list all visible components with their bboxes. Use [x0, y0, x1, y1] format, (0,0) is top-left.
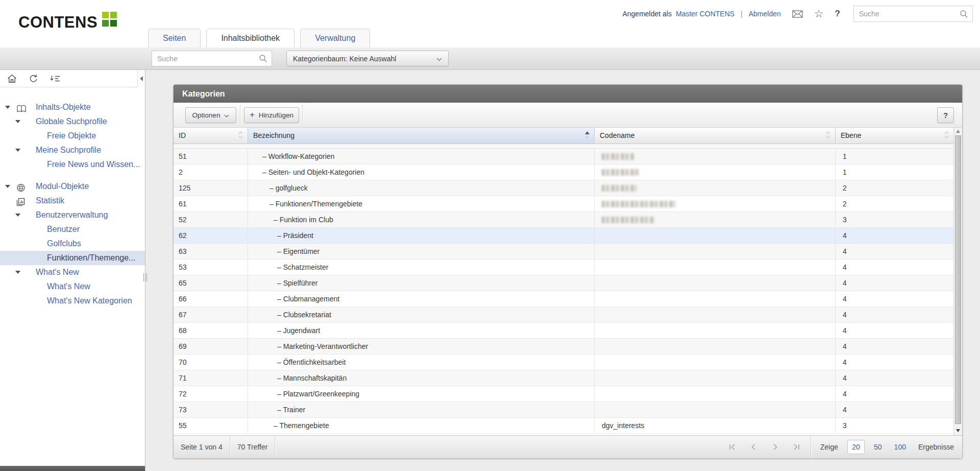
- chevron-down-icon: [436, 55, 442, 63]
- cell-id: 61: [174, 196, 248, 212]
- expander-icon[interactable]: [5, 106, 10, 109]
- panel-toolbar: Optionen + Hinzufügen ?: [174, 103, 962, 128]
- cell-id: 68: [174, 323, 248, 339]
- sidebar-item-label: Meine Suchprofile: [36, 143, 101, 157]
- table-row-71[interactable]: 71– Mannschaftskapitän4: [174, 370, 953, 386]
- table-row-55[interactable]: 55– Themengebietedgv_interests3: [174, 418, 953, 434]
- table-row-2[interactable]: 2– Seiten- und Objekt-Kategorien1: [174, 164, 953, 180]
- scrollbar-thumb[interactable]: [955, 135, 961, 424]
- library-search-input[interactable]: [152, 51, 272, 66]
- table-row-125[interactable]: 125– golfglueck2: [174, 180, 953, 196]
- expander-icon[interactable]: [15, 149, 20, 152]
- table-footer: Seite 1 von 4 70 Treffer Zeige 2050100 E…: [174, 435, 962, 458]
- refresh-icon[interactable]: [29, 74, 38, 83]
- table-row-61[interactable]: 61– Funktionen/Themengebiete2: [174, 196, 953, 212]
- mail-icon[interactable]: [792, 10, 803, 18]
- table-row-72[interactable]: 72– Platzwart/Greenkeeping4: [174, 386, 953, 402]
- tree-options-icon[interactable]: [50, 75, 60, 82]
- star-icon[interactable]: ☆: [814, 9, 824, 19]
- table-row-53[interactable]: 53– Schatzmeister4: [174, 260, 953, 275]
- logout-link[interactable]: Abmelden: [749, 10, 781, 18]
- search-icon[interactable]: [259, 54, 267, 65]
- sidebar-item-globale-suchprofile[interactable]: Globale Suchprofile: [0, 114, 145, 129]
- previous-page-button[interactable]: [743, 436, 765, 458]
- redacted-codename: [602, 169, 640, 176]
- tab-seiten[interactable]: Seiten: [148, 29, 201, 48]
- search-icon[interactable]: [960, 10, 968, 20]
- expander-icon[interactable]: [15, 271, 20, 274]
- cell-id: 55: [174, 418, 248, 434]
- expander-icon[interactable]: [15, 214, 20, 217]
- cell-codename: [595, 291, 836, 307]
- table-row-66[interactable]: 66– Clubmanagement4: [174, 291, 953, 307]
- expander-icon[interactable]: [5, 185, 10, 188]
- sidebar-item-label: Benutzerverwaltung: [36, 208, 108, 222]
- username-link[interactable]: Master CONTENS: [676, 10, 734, 18]
- cell-codename: [595, 244, 836, 260]
- home-icon[interactable]: [7, 74, 17, 83]
- column-header-id[interactable]: ID: [174, 128, 248, 144]
- category-tree-dropdown[interactable]: Kategorienbaum: Keine Auswahl: [286, 51, 449, 66]
- sidebar-item-funktionen-themenge[interactable]: Funktionen/Themenge...: [0, 251, 145, 265]
- tab-inhaltsbibliothek[interactable]: Inhaltsbibliothek: [206, 29, 295, 48]
- sidebar-collapse-button[interactable]: [137, 70, 145, 87]
- sidebar-item-freie-objekte[interactable]: Freie Objekte: [0, 129, 145, 143]
- sidebar-item-what-s-new[interactable]: What's New: [0, 265, 145, 279]
- scroll-down-icon[interactable]: [956, 429, 960, 432]
- vertical-scrollbar[interactable]: [953, 128, 962, 435]
- table-row-73[interactable]: 73– Trainer4: [174, 402, 953, 418]
- tab-verwaltung[interactable]: Verwaltung: [300, 29, 370, 48]
- panel-help-button[interactable]: ?: [937, 107, 954, 123]
- sidebar-item-what-s-new-kategorien[interactable]: What's New Kategorien: [0, 294, 145, 308]
- sidebar-resize-handle[interactable]: [143, 273, 147, 281]
- cell-id: 73: [174, 402, 248, 418]
- column-header-bezeichnung[interactable]: Bezeichnung: [248, 128, 595, 144]
- table-row-65[interactable]: 65– Spielführer4: [174, 275, 953, 291]
- sidebar-item-benutzerverwaltung[interactable]: Benutzerverwaltung: [0, 208, 145, 222]
- app-header: CONTENS Angemeldet als Master CONTENS | …: [0, 0, 980, 48]
- sidebar-item-statistik[interactable]: Statistik: [0, 194, 145, 208]
- cell-ebene: 4: [836, 228, 953, 244]
- table-row-51[interactable]: 51– Workflow-Kategorien1: [174, 149, 953, 164]
- scroll-up-icon[interactable]: [956, 130, 960, 133]
- sidebar-item-modul-objekte[interactable]: Modul-Objekte: [0, 179, 145, 194]
- last-page-button[interactable]: [786, 436, 807, 458]
- table-row-62[interactable]: 62– Präsident4: [174, 228, 953, 244]
- add-button[interactable]: + Hinzufügen: [244, 107, 299, 123]
- logged-in-label: Angemeldet als: [622, 10, 672, 18]
- page-size-100[interactable]: 100: [894, 443, 906, 451]
- first-page-button[interactable]: [722, 436, 743, 458]
- sidebar-item-inhalts-objekte[interactable]: Inhalts-Objekte: [0, 100, 145, 114]
- table-row-63[interactable]: 63– Eigentümer4: [174, 244, 953, 260]
- expander-icon[interactable]: [15, 120, 20, 123]
- page-size-50[interactable]: 50: [874, 443, 882, 451]
- column-header-codename[interactable]: Codename: [595, 128, 836, 144]
- cell-bezeichnung: – Clubmanagement: [248, 291, 595, 307]
- table-row-70[interactable]: 70– Öffentlichkeitsarbeit4: [174, 355, 953, 370]
- footer-divider: [811, 436, 811, 458]
- cell-ebene: 4: [836, 307, 953, 323]
- sidebar-item-meine-suchprofile[interactable]: Meine Suchprofile: [0, 143, 145, 157]
- sidebar-item-what-s-new[interactable]: What's New: [0, 279, 145, 294]
- table-row-68[interactable]: 68– Jugendwart4: [174, 323, 953, 339]
- logo-text: CONTENS: [18, 13, 97, 32]
- table-row-67[interactable]: 67– Clubsekretariat4: [174, 307, 953, 323]
- help-icon[interactable]: ?: [835, 9, 840, 19]
- page-size-20[interactable]: 20: [847, 440, 865, 454]
- options-button[interactable]: Optionen: [185, 107, 236, 123]
- cell-bezeichnung: – Eigentümer: [248, 244, 595, 260]
- sidebar-item-freie-news-und-wissen[interactable]: Freie News und Wissen...: [0, 157, 145, 172]
- cell-bezeichnung: – Themengebiete: [248, 418, 595, 434]
- pagination-controls: Zeige 2050100 Ergebnisse: [722, 436, 962, 458]
- next-page-button[interactable]: [765, 436, 786, 458]
- options-button-label: Optionen: [192, 111, 220, 119]
- sidebar-item-benutzer[interactable]: Benutzer: [0, 222, 145, 237]
- cell-bezeichnung: – Schatzmeister: [248, 260, 595, 275]
- sidebar-item-golfclubs[interactable]: Golfclubs: [0, 237, 145, 251]
- column-header-ebene[interactable]: Ebene: [836, 128, 953, 144]
- table-row-69[interactable]: 69– Marketing-Verantwortlicher4: [174, 339, 953, 355]
- panel-title-label: Kategorien: [182, 89, 225, 99]
- cell-bezeichnung: – Öffentlichkeitsarbeit: [248, 355, 595, 370]
- global-search-input[interactable]: [854, 6, 972, 21]
- table-row-52[interactable]: 52– Funktion im Club3: [174, 212, 953, 228]
